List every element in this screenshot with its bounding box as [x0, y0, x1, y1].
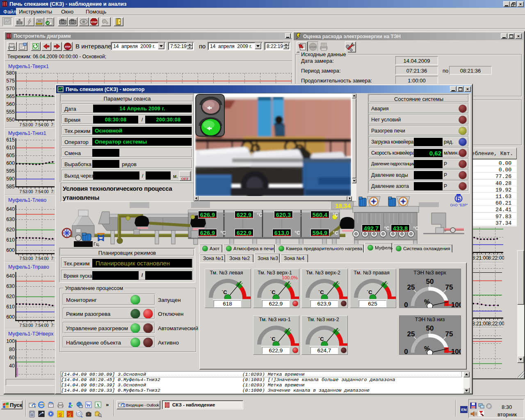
svg-text:0: 0	[404, 301, 408, 308]
svg-text:˙C: ˙C	[270, 336, 276, 342]
svg-text:40: 40	[9, 363, 15, 369]
svg-text:˙C: ˙C	[318, 336, 324, 342]
svg-text:100: 100	[451, 301, 461, 308]
svg-text:7:54:00: 7:54:00	[35, 189, 49, 194]
svg-text:Тм. №3 низ-1: Тм. №3 низ-1	[259, 317, 290, 322]
svg-text:ОАО "БЗР": ОАО "БЗР"	[450, 203, 468, 207]
svg-text:555: 555	[6, 109, 15, 115]
svg-text:8:22:00: 8:22:00	[488, 321, 504, 326]
svg-text:613,0: 613,0	[274, 230, 289, 236]
svg-text:626,9: 626,9	[200, 212, 215, 218]
svg-text:X: X	[96, 402, 100, 408]
svg-text:°C: °C	[257, 212, 262, 218]
svg-text:80: 80	[9, 347, 15, 352]
svg-text:v8: v8	[59, 415, 62, 417]
svg-text:Тм. №3 правая: Тм. №3 правая	[354, 270, 389, 276]
svg-text:7:53:00: 7:53:00	[19, 323, 33, 328]
svg-text:565: 565	[6, 94, 15, 99]
svg-text:Тм. №3 низ-2: Тм. №3 низ-2	[307, 317, 339, 322]
svg-text:570: 570	[6, 86, 15, 91]
svg-text:Муфель1-Тлево: Муфель1-Тлево	[8, 197, 46, 203]
svg-text:7:54:00: 7:54:00	[35, 256, 49, 261]
svg-text:620: 620	[6, 227, 15, 233]
svg-text:100: 100	[6, 338, 15, 344]
svg-text:ТЭН №3 низ: ТЭН №3 низ	[415, 317, 445, 322]
svg-text:640: 640	[6, 273, 15, 279]
svg-text:610: 610	[6, 145, 15, 151]
svg-text:575: 575	[6, 78, 15, 84]
svg-text:8:22:00: 8:22:00	[488, 255, 504, 261]
svg-text:7:53:00: 7:53:00	[19, 189, 33, 194]
svg-text:640: 640	[6, 206, 15, 212]
svg-text:580: 580	[6, 70, 15, 76]
svg-text:590: 590	[6, 176, 15, 182]
svg-text:50: 50	[426, 278, 434, 285]
svg-text:7:53:00: 7:53:00	[19, 256, 33, 261]
svg-text:˙C: ˙C	[367, 289, 372, 295]
svg-text:8:21:00: 8:21:00	[472, 255, 488, 261]
svg-text:433,8: 433,8	[393, 225, 408, 232]
svg-text:Муфель1-Тправо: Муфель1-Тправо	[8, 264, 49, 270]
svg-text:7:53:00: 7:53:00	[19, 123, 33, 127]
svg-text:v8: v8	[68, 415, 71, 417]
svg-text:˙C: ˙C	[270, 289, 276, 295]
svg-text:595: 595	[6, 168, 15, 174]
svg-text:50: 50	[426, 324, 434, 332]
svg-text:°C: °C	[333, 212, 338, 218]
svg-text:550: 550	[6, 117, 15, 123]
svg-text:STOP: STOP	[310, 46, 316, 48]
svg-text:Тм. №3 верх-2: Тм. №3 верх-2	[306, 270, 340, 276]
svg-text:18,34: 18,34	[335, 202, 351, 209]
svg-text:75: 75	[445, 330, 453, 338]
svg-text:100.0%: 100.0%	[282, 275, 298, 280]
svg-text:°C: °C	[296, 212, 302, 218]
svg-text:˙C: ˙C	[318, 289, 324, 295]
svg-text:630: 630	[6, 217, 15, 222]
svg-text:°C: °C	[294, 230, 300, 236]
svg-text:˙C: ˙C	[221, 289, 227, 295]
svg-text:600: 600	[6, 247, 15, 253]
svg-text:W: W	[86, 402, 91, 408]
svg-text:25: 25	[407, 330, 415, 338]
svg-text:594,9: 594,9	[313, 230, 327, 236]
svg-text:622,9: 622,9	[237, 230, 251, 236]
svg-text:Муфель1-Тверх1: Муфель1-Тверх1	[8, 64, 49, 69]
svg-text:STOP: STOP	[65, 46, 71, 48]
svg-text:7:54:00: 7:54:00	[35, 123, 49, 127]
svg-text:600: 600	[6, 314, 15, 320]
svg-text:°C: °C	[257, 230, 262, 236]
svg-text:7:54:00: 7:54:00	[35, 323, 49, 328]
svg-text:620: 620	[6, 294, 15, 299]
svg-text:°C: °C	[220, 230, 226, 236]
svg-text:630: 630	[6, 283, 15, 289]
svg-text:60: 60	[9, 355, 15, 361]
svg-text:620,3: 620,3	[276, 212, 291, 218]
svg-text:626,9: 626,9	[200, 230, 215, 236]
svg-text:615: 615	[6, 137, 15, 143]
svg-text:560,4: 560,4	[313, 212, 327, 218]
svg-text:STOP: STOP	[91, 21, 97, 23]
svg-text:°C: °C	[384, 226, 390, 231]
svg-text:Тм. №3 верх-1: Тм. №3 верх-1	[258, 270, 292, 276]
svg-text:585: 585	[6, 184, 15, 189]
svg-text:560: 560	[6, 101, 15, 107]
svg-text:Гц.: Гц.	[94, 242, 100, 247]
svg-text:Муфель1-ТЭНверх: Муфель1-ТЭНверх	[8, 331, 54, 337]
svg-text:8:21:00: 8:21:00	[472, 321, 488, 326]
svg-text:Муфель1-Тниз1: Муфель1-Тниз1	[8, 130, 46, 136]
svg-text:°C: °C	[220, 212, 226, 218]
svg-text:605: 605	[6, 153, 15, 158]
svg-text:75: 75	[445, 283, 453, 291]
svg-text:622,9: 622,9	[237, 212, 251, 218]
svg-text:ТЭН №3 верх: ТЭН №3 верх	[413, 270, 446, 276]
svg-text:492,7: 492,7	[364, 225, 379, 232]
svg-text:610: 610	[6, 304, 15, 310]
svg-text:0: 0	[404, 348, 408, 354]
svg-text:600: 600	[6, 160, 15, 166]
svg-text:610: 610	[6, 237, 15, 243]
svg-text:°C: °C	[413, 226, 419, 231]
svg-text:100: 100	[451, 348, 461, 354]
svg-text:Тм. №3 левая: Тм. №3 левая	[210, 270, 243, 276]
svg-text:25: 25	[407, 283, 415, 291]
svg-text:°C: °C	[333, 230, 338, 236]
